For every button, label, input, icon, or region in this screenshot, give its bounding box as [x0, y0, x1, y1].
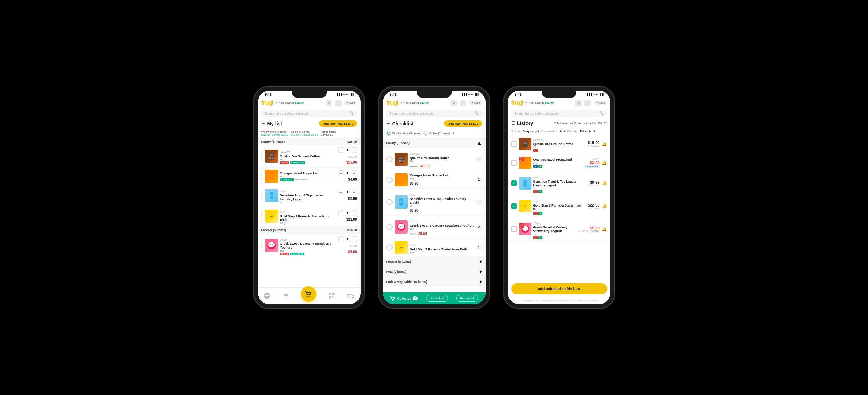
section-pantry-header-2[interactable]: Pantry (5 items) ▲ [383, 138, 486, 148]
check-coffee[interactable] [386, 156, 393, 162]
bell-icon-orange[interactable]: 🔔 [602, 160, 607, 165]
list-icon-3[interactable]: ≡ [584, 100, 591, 106]
section-fruits-header-2[interactable]: Fruit & Vegetables (5 items) ▾ [383, 277, 486, 287]
item-size-liquid-2: 2L [410, 204, 474, 207]
list-icon-2[interactable]: ≡ [460, 100, 466, 106]
qty-control-yoghurt-1: − 1 + [338, 236, 357, 242]
listory-check-coffee[interactable] [511, 141, 517, 147]
item-info-formula-1: S-26 Gold Step 1 Formula Starter from Bi… [280, 208, 336, 225]
check-orange[interactable] [386, 177, 393, 183]
qty-plus-yoghurt-1[interactable]: + [352, 236, 357, 242]
logo-3[interactable]: frugl [511, 99, 523, 107]
bell-icon-coffee[interactable]: 🔔 [602, 142, 607, 146]
search-icon-1[interactable]: 🔍 [349, 111, 354, 115]
supermarket-select[interactable]: All ▾ [560, 129, 565, 133]
search-icon-3[interactable]: 🔍 [599, 111, 604, 115]
nav-printer[interactable] [264, 293, 270, 299]
search-input-3[interactable]: Search for eg: coffee or biscuits 🔍 [511, 110, 607, 117]
qty-minus-orange-1[interactable]: − [338, 170, 344, 176]
location-badge-3[interactable]: 📍 2000 [593, 101, 607, 105]
checklist-item-liquid: OMO OMO Sensitive Front & Top Loader Lau… [383, 189, 486, 216]
svg-text:JALNA: JALNA [399, 226, 403, 227]
qty-plus-liquid-1[interactable]: + [352, 190, 357, 195]
scroll-content-3[interactable]: LAVAZZA Qualita Oro Ground Coffee 1kg C … [508, 134, 610, 280]
location-value-3: 2000 [599, 102, 605, 104]
hamburger-menu-3[interactable]: ☰ [511, 121, 515, 126]
drag-handle-liquid[interactable] [261, 192, 262, 199]
bottom-nav-1 [258, 287, 361, 304]
qty-minus-formula-1[interactable]: − [338, 210, 344, 216]
listory-check-orange[interactable] [511, 160, 517, 166]
collect-btn[interactable]: Collected 2 [390, 296, 418, 301]
qty-plus-orange-1[interactable]: + [352, 170, 357, 176]
listory-price-orig-orange: $4.00 [584, 158, 599, 161]
logo-2[interactable]: frugl [386, 99, 398, 107]
add-selected-button[interactable]: add selected to My List [511, 283, 607, 294]
bell-icon-formula[interactable]: 🔔 [602, 204, 607, 209]
search-bar-2: Search for eg: coffee or biscuits 🔍 [383, 108, 486, 118]
item-name-liquid-1: Sensitive Front & Top Loader Laundry Liq… [280, 194, 336, 201]
drag-handle[interactable] [261, 152, 262, 160]
hamburger-menu-1[interactable]: ☰ [261, 121, 265, 126]
store-tab-woolies[interactable]: Woolworths (5 items) [386, 131, 421, 136]
qty-plus-formula-1[interactable]: + [352, 210, 357, 216]
list-item-orange-1: Oranges Navel Prepacked 1kg Saving $2.00… [258, 168, 361, 185]
uncheck-all-btn[interactable]: Uncheck all [426, 295, 448, 302]
item-size-liquid-1: 2L [280, 201, 336, 204]
history-icon-2[interactable]: ⏱ [450, 100, 457, 106]
search-input-1[interactable]: Search for eg: coffee or biscuits 🔍 [261, 110, 357, 117]
section-freezer-header-2[interactable]: Freezer (5 items) ▾ [383, 257, 486, 267]
qty-minus-yoghurt-1[interactable]: − [338, 236, 344, 242]
history-icon-3[interactable]: ⏱ [575, 100, 582, 106]
filter-select[interactable]: Price aler ▾ [580, 129, 595, 133]
listory-check-liquid[interactable] [511, 180, 517, 186]
store-tab-coles-label: Coles (2 items) [429, 132, 450, 135]
nav-scan[interactable] [329, 293, 335, 299]
svg-point-3 [268, 173, 275, 180]
qty-minus-coffee-1[interactable]: − [338, 147, 344, 153]
store-tab-coles[interactable]: Coles (2 items) [423, 131, 450, 136]
location-badge-1[interactable]: 📍 2000 [344, 101, 357, 105]
sort-frequency-select[interactable]: Frequency ▾ [523, 129, 539, 133]
search-input-2[interactable]: Search for eg: coffee or biscuits 🔍 [386, 110, 482, 117]
location-badge-2[interactable]: 📍 2000 [469, 101, 482, 105]
scroll-content-1[interactable]: Pantry (5 items) $25.09 GOLD LAVAZZA Qua… [258, 138, 361, 287]
bell-icon-yoghurt[interactable]: 🔔 [602, 227, 607, 232]
listory-check-yoghurt[interactable] [511, 226, 517, 232]
nav-cart-center[interactable] [301, 286, 316, 302]
remove-all-btn[interactable]: Remove all [456, 295, 478, 302]
scroll-content-2[interactable]: Pantry (5 items) ▲ GOLD LAVAZZA Qualita … [383, 138, 486, 292]
store-row-1: Woolworths (5 items)$42.30 | Saving $1.3… [258, 129, 361, 138]
logo-1[interactable]: frugl [261, 99, 273, 107]
store-tab-aldi[interactable]: Al [452, 131, 455, 136]
item-img-yoghurt-1: JALNA [265, 239, 278, 252]
coles-store-icon-yoghurt: C [533, 236, 538, 239]
qty-control-formula-1: − 1 + [338, 210, 357, 216]
hamburger-menu-2[interactable]: ☰ [386, 121, 390, 126]
listory-check-formula[interactable] [511, 203, 517, 209]
listory-size-orange: 1kg [533, 162, 583, 164]
nav-list[interactable] [283, 293, 289, 299]
search-icon-2[interactable]: 🔍 [474, 111, 479, 115]
drag-handle-yoghurt[interactable] [261, 242, 262, 249]
bell-icon-liquid[interactable]: 🔔 [602, 181, 607, 186]
section-pets-header-2[interactable]: Pets (2 items) ▾ [383, 267, 486, 277]
checklist-item-yoghurt: JALNA JALNA Greek Sweet & Creamy Strawbe… [383, 216, 486, 239]
svg-point-18 [307, 296, 309, 297]
sort-chevron: ▾ [538, 129, 539, 133]
listory-size-coffee: 1kg [533, 146, 586, 149]
list-icon[interactable]: ≡ [335, 100, 342, 106]
nav-truck[interactable] [347, 293, 354, 299]
check-liquid[interactable] [386, 199, 393, 205]
check-yoghurt[interactable] [386, 224, 393, 230]
drag-handle-formula[interactable] [261, 212, 262, 220]
history-icon[interactable]: ⏱ [326, 100, 332, 106]
qty-plus-coffee-1[interactable]: + [352, 147, 357, 153]
savings-amount-2: $12.00 [420, 101, 428, 104]
qty-minus-liquid-1[interactable]: − [338, 190, 344, 195]
check-formula[interactable] [386, 244, 393, 251]
drag-handle-orange[interactable] [261, 173, 262, 180]
item-brand-yoghurt-2: JALNA [410, 220, 418, 223]
item-size-formula-2: 150g [410, 251, 474, 254]
location-pin-icon: 📍 [346, 102, 349, 104]
